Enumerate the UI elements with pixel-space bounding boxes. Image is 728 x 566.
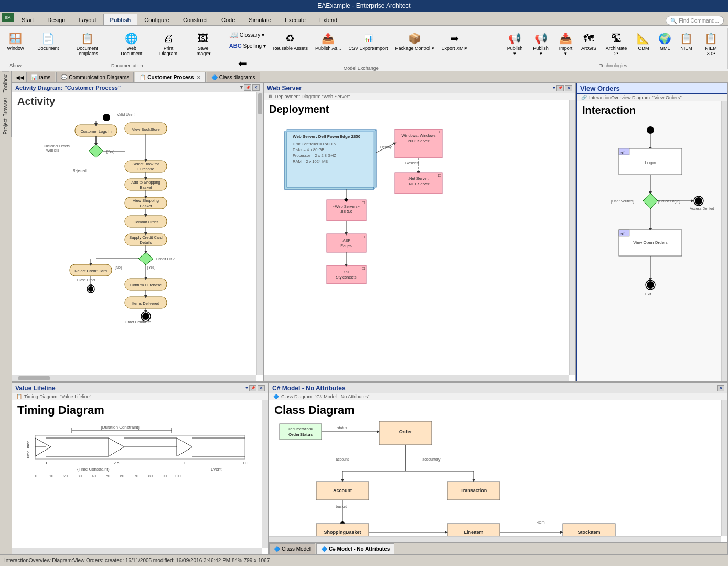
publish-tech-button[interactable]: 📢 Publish ▾ xyxy=(502,29,528,58)
reusable-assets-button[interactable]: ♻ Reusable Assets xyxy=(270,29,311,53)
web-document-button[interactable]: 🌐 Web Document xyxy=(113,29,151,58)
svg-text:[Failed Login]: [Failed Login] xyxy=(658,199,680,204)
print-label: Print Diagram xyxy=(155,46,183,56)
package-control-button[interactable]: 📦 Package Control ▾ xyxy=(392,29,437,53)
toolbox-label[interactable]: Toolbox xyxy=(2,71,9,95)
interaction-vscroll[interactable] xyxy=(721,101,727,381)
tab-rams[interactable]: 📊 rams xyxy=(26,72,55,82)
export-xmi-button[interactable]: ➡ Export XMI▾ xyxy=(438,29,471,53)
svg-text:LineItem: LineItem xyxy=(464,530,483,535)
publish2-button[interactable]: 📢 Publish ▾ xyxy=(528,29,553,58)
svg-text:□: □ xyxy=(362,266,365,271)
deployment-diagram-panel: Web Server ▾ 📌 ✕ 🖥 Deployment Diagram: "… xyxy=(263,83,576,381)
deployment-pin[interactable]: 📌 xyxy=(556,85,564,91)
timing-vscroll[interactable] xyxy=(262,400,268,548)
gml-button[interactable]: 🌍 GML xyxy=(655,29,675,53)
ribbon-tab-execute[interactable]: Execute xyxy=(278,14,313,25)
window-button[interactable]: 🪟 Window xyxy=(4,29,27,53)
ribbon-tab-simulate[interactable]: Simulate xyxy=(242,14,278,25)
csv-button[interactable]: 📊 CSV Export/Import xyxy=(346,29,391,53)
niem30-button[interactable]: 📋 NIEM 3.0• xyxy=(698,29,724,58)
deployment-vscroll[interactable] xyxy=(569,100,575,375)
activity-diagram-content: Activity Valid User! Customer Logs In [Y… xyxy=(12,92,263,381)
timing-panel-titlebar: Value Lifeline ▾ 📌 ✕ xyxy=(12,383,268,393)
import-tech-button[interactable]: 📥 Import ▾ xyxy=(554,29,577,58)
ribbon-panel: 🪟 Window Show 📄 Document 📋 Document Temp… xyxy=(0,25,728,71)
svg-text:Customer Logs In: Customer Logs In xyxy=(80,129,111,134)
ribbon-tab-layout[interactable]: Layout xyxy=(72,14,103,25)
svg-text:0: 0 xyxy=(45,461,47,465)
niem30-icon: 📋 xyxy=(704,31,719,46)
svg-rect-151 xyxy=(280,424,322,440)
save-image-button[interactable]: 🖼 Save Image▾ xyxy=(187,29,220,58)
archimate-button[interactable]: 🏗 ArchiMate 2• xyxy=(600,29,632,58)
project-browser-tab[interactable]: Toolbox Project Browser xyxy=(0,71,12,137)
search-icon: 🔍 xyxy=(670,18,677,24)
csharp-model-tab[interactable]: 🔷 C# Model - No Attributes xyxy=(316,543,394,554)
svg-text:[No]: [No] xyxy=(115,265,122,270)
ribbon-tab-code[interactable]: Code xyxy=(215,14,242,25)
timing-pin[interactable]: 📌 xyxy=(249,385,256,391)
class-model-tab[interactable]: 🔷 Class Model xyxy=(269,543,315,554)
tab-class-diagrams[interactable]: 🔷 Class diagrams xyxy=(207,72,260,82)
glossary-button[interactable]: 📖 Glossary ▾ xyxy=(227,29,269,40)
find-command-box[interactable]: 🔍 Find Command... xyxy=(666,16,724,25)
activity-collapse[interactable]: ▾ xyxy=(240,84,243,91)
svg-text:OrderStatus: OrderStatus xyxy=(288,432,313,437)
svg-text:-basket: -basket xyxy=(335,505,347,508)
document-templates-button[interactable]: 📋 Document Templates xyxy=(63,29,112,58)
tab-class-label: Class diagrams xyxy=(219,74,255,80)
class-panel-close[interactable]: ✕ xyxy=(717,385,724,391)
tab-customer-close[interactable]: ✕ xyxy=(197,75,201,80)
import-xmi-button[interactable]: ⬅ Import XMI▾ xyxy=(227,54,259,71)
ribbon-tab-extend[interactable]: Extend xyxy=(313,14,344,25)
niem-icon: 📋 xyxy=(679,31,694,46)
odm-button[interactable]: 📐 ODM xyxy=(633,29,654,53)
print-diagram-button[interactable]: 🖨 Print Diagram xyxy=(152,29,186,58)
deployment-hscroll[interactable] xyxy=(264,375,569,381)
timing-collapse[interactable]: ▾ xyxy=(245,385,248,391)
svg-text:StockItem: StockItem xyxy=(577,530,600,535)
spelling-button[interactable]: ABC Spelling ▾ xyxy=(227,41,269,50)
document-button[interactable]: 📄 Document xyxy=(35,29,62,53)
class-vscroll[interactable] xyxy=(721,400,727,536)
svg-text:100: 100 xyxy=(175,474,181,478)
class-hscroll[interactable] xyxy=(269,536,721,542)
tab-collapse[interactable]: ◀◀ xyxy=(14,72,26,82)
arcgis-button[interactable]: 🗺 ArcGIS xyxy=(578,29,599,53)
svg-text:Windows: Windows: Windows: Windows xyxy=(401,133,435,138)
svg-text:Pages: Pages xyxy=(340,243,352,248)
svg-text:Order Complete: Order Complete xyxy=(125,320,151,323)
tab-customer-process[interactable]: 📋 Customer Process ✕ xyxy=(135,72,205,82)
timing-close[interactable]: ✕ xyxy=(258,385,265,391)
deployment-close[interactable]: ✕ xyxy=(565,85,572,91)
project-browser-label[interactable]: Project Browser xyxy=(2,95,9,137)
niem-button[interactable]: 📋 NIEM xyxy=(676,29,697,53)
deployment-content: Deployment Web Server: Dell PowerEdge 26… xyxy=(264,100,575,381)
app-button[interactable]: EA xyxy=(2,13,14,22)
publish-as-button[interactable]: 📤 Publish As... xyxy=(312,29,345,53)
activity-pin[interactable]: 📌 xyxy=(244,84,251,91)
svg-text:Deploy: Deploy xyxy=(380,145,392,149)
svg-text:Event: Event xyxy=(211,467,222,472)
arcgis-label: ArcGIS xyxy=(581,46,596,51)
spelling-icon: ABC xyxy=(229,42,242,49)
svg-text:View Open Orders: View Open Orders xyxy=(633,240,668,245)
timing-hscroll[interactable] xyxy=(12,548,262,554)
ribbon-tab-publish[interactable]: Publish xyxy=(103,14,138,25)
activity-vscroll[interactable] xyxy=(256,92,263,375)
deployment-collapse[interactable]: ▾ xyxy=(553,85,555,91)
ribbon-tab-start[interactable]: Start xyxy=(15,14,40,25)
class-subtitle: 🔷 Class Diagram: "C# Model - No Attribut… xyxy=(269,393,727,400)
niem-label: NIEM xyxy=(680,46,692,51)
ribbon-tab-design[interactable]: Design xyxy=(40,14,72,25)
activity-hscroll[interactable] xyxy=(12,375,256,381)
tab-communication-diagrams[interactable]: 💬 Communication Diagrams xyxy=(56,72,134,82)
deployment-svg: Web Server: Dell PowerEdge 2650 Disk Con… xyxy=(264,116,575,369)
publish-as-icon: 📤 xyxy=(321,31,336,46)
ribbon-tab-configure[interactable]: Configure xyxy=(137,14,176,25)
svg-text:View BookStore: View BookStore xyxy=(132,127,159,132)
svg-text:View Shopping: View Shopping xyxy=(133,198,159,203)
activity-close[interactable]: ✕ xyxy=(252,84,260,91)
ribbon-tab-construct[interactable]: Construct xyxy=(176,14,215,25)
